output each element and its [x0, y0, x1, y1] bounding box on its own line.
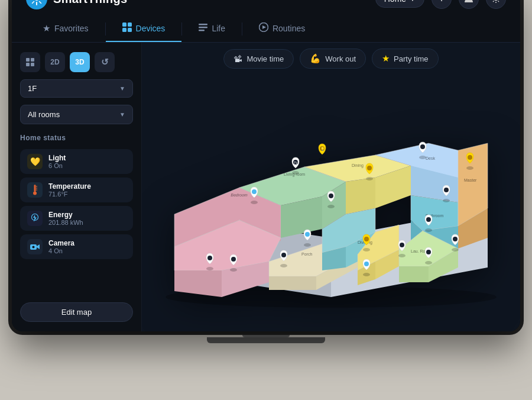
grid-view-btn[interactable] — [20, 52, 40, 72]
svg-point-112 — [231, 257, 236, 262]
room-label: All rooms — [28, 110, 60, 119]
scene-party-label: Party time — [394, 54, 429, 63]
device-pin[interactable]: 💡 — [319, 144, 326, 161]
svg-marker-47 — [346, 178, 375, 214]
scene-movie[interactable]: 📽 Movie time — [223, 49, 294, 69]
svg-rect-14 — [122, 28, 126, 32]
svg-text:Porch: Porch — [301, 252, 312, 256]
edit-map-button[interactable]: Edit map — [20, 302, 133, 322]
svg-point-91 — [466, 166, 473, 170]
svg-point-107 — [452, 248, 459, 251]
svg-point-104 — [400, 243, 404, 247]
svg-point-101 — [363, 248, 370, 251]
profile-button[interactable] — [459, 0, 479, 9]
scene-workout[interactable]: 💪 Work out — [300, 49, 366, 69]
temperature-value: 71.6°F — [48, 191, 126, 198]
energy-icon — [27, 211, 43, 226]
favorites-icon: ★ — [43, 23, 50, 34]
2d-view-btn[interactable]: 2D — [45, 52, 65, 72]
svg-point-105 — [425, 261, 432, 264]
light-icon: 💛 — [27, 154, 43, 169]
home-status-title: Home status — [20, 134, 133, 142]
tab-routines-label: Routines — [273, 24, 305, 33]
svg-marker-66 — [399, 266, 429, 282]
svg-point-108 — [453, 237, 458, 241]
svg-rect-22 — [31, 58, 34, 62]
sidebar: 2D 3D ↺ 1F ▼ — [12, 43, 142, 331]
device-pin[interactable]: TV — [292, 157, 299, 175]
nav-tabs: ★ Favorites Devices — [12, 15, 520, 43]
energy-value: 201.88 kWh — [48, 219, 126, 226]
svg-point-103 — [398, 254, 406, 257]
svg-point-77 — [292, 171, 299, 175]
svg-marker-50 — [269, 276, 316, 290]
movie-icon: 📽 — [233, 54, 242, 64]
history-view-btn[interactable]: ↺ — [95, 52, 115, 72]
svg-point-33 — [33, 246, 35, 249]
tab-life-label: Life — [212, 24, 225, 33]
svg-rect-17 — [199, 27, 207, 28]
status-items: 💛 Light 6 On — [20, 149, 133, 259]
svg-point-95 — [425, 228, 432, 232]
light-value: 6 On — [48, 162, 126, 169]
svg-point-89 — [419, 156, 426, 159]
home-selector[interactable]: Home ▼ — [375, 0, 424, 8]
scene-bar: 📽 Movie time 💪 Work out ★ Party time — [142, 43, 520, 73]
tab-life[interactable]: Life — [182, 15, 242, 42]
light-name: Light — [48, 154, 126, 162]
svg-text:TV: TV — [294, 161, 298, 164]
header: SmartThings Home ▼ + — [12, 0, 520, 15]
floor-label: 1F — [28, 84, 37, 93]
tv-frame: SmartThings Home ▼ + — [12, 0, 520, 331]
home-label: Home — [384, 0, 406, 4]
workout-icon: 💪 — [310, 53, 321, 64]
tab-devices[interactable]: Devices — [106, 15, 182, 42]
status-item-camera[interactable]: Camera 4 On — [20, 234, 133, 259]
svg-point-84 — [252, 189, 257, 194]
room-chevron-icon: ▼ — [119, 111, 125, 118]
svg-point-109 — [206, 267, 213, 270]
svg-text:💡: 💡 — [320, 147, 325, 151]
logo-area: SmartThings — [26, 0, 375, 9]
routines-icon — [259, 22, 268, 34]
view-controls: 2D 3D ↺ — [20, 52, 133, 72]
svg-marker-32 — [37, 244, 40, 249]
camera-name: Camera — [48, 239, 126, 247]
svg-point-87 — [366, 177, 373, 180]
svg-text:Desk: Desk — [426, 156, 435, 160]
scene-party[interactable]: ★ Party time — [372, 49, 439, 69]
add-button[interactable]: + — [432, 0, 452, 9]
settings-button[interactable] — [486, 0, 506, 9]
tab-routines[interactable]: Routines — [242, 15, 322, 42]
status-item-energy[interactable]: Energy 201.88 kWh — [20, 206, 133, 231]
svg-point-98 — [305, 232, 310, 237]
scene-workout-label: Work out — [325, 54, 356, 63]
svg-rect-13 — [128, 22, 132, 27]
svg-rect-16 — [199, 24, 207, 25]
scene-movie-label: Movie time — [246, 54, 284, 63]
header-right: Home ▼ + — [375, 0, 506, 9]
tab-favorites[interactable]: ★ Favorites — [26, 15, 105, 42]
svg-point-26 — [33, 192, 37, 195]
svg-point-93 — [443, 199, 450, 202]
3d-view-btn[interactable]: 3D — [70, 52, 90, 72]
life-icon — [199, 23, 207, 34]
room-selector[interactable]: All rooms ▼ — [20, 105, 133, 124]
status-item-temperature[interactable]: Temperature 71.6°F — [20, 178, 133, 202]
status-item-light[interactable]: 💛 Light 6 On — [20, 149, 133, 174]
chevron-down-icon: ▼ — [410, 0, 416, 2]
tab-favorites-label: Favorites — [54, 24, 89, 33]
svg-text:Dining: Dining — [352, 163, 364, 168]
svg-point-92 — [468, 155, 472, 160]
svg-rect-25 — [34, 185, 36, 192]
svg-text:Master: Master — [464, 178, 477, 182]
energy-name: Energy — [48, 211, 126, 219]
floor-selector[interactable]: 1F ▼ — [20, 79, 133, 98]
svg-point-111 — [230, 268, 237, 272]
tab-devices-label: Devices — [136, 24, 166, 33]
temperature-name: Temperature — [48, 182, 126, 191]
svg-point-86 — [329, 193, 333, 198]
svg-rect-24 — [31, 63, 34, 66]
svg-text:Bedroom: Bedroom — [231, 193, 248, 197]
svg-point-80 — [319, 157, 326, 161]
